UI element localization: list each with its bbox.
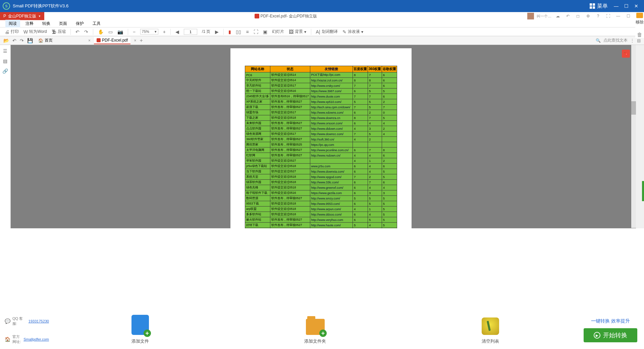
- translate-button[interactable]: A|划词翻译: [316, 29, 338, 35]
- document-area: ☰ ▤ 🔗 🔖 网站名称状态友情链接百度权重360权重谷歌权重PC6软件提交追过…: [0, 45, 636, 228]
- undo-icon[interactable]: ↶: [12, 38, 16, 43]
- cloud-icon[interactable]: ☁: [554, 13, 561, 19]
- compress-button[interactable]: 🗜压缩: [52, 29, 66, 35]
- qq-link[interactable]: 1933175230: [29, 319, 49, 323]
- trash-icon[interactable]: 🗑: [637, 32, 642, 38]
- menu-annotate[interactable]: 注释: [22, 20, 37, 27]
- app-logo-icon: S: [3, 2, 10, 10]
- thumbs-icon[interactable]: ▤: [3, 58, 7, 64]
- menu-page[interactable]: 页面: [56, 20, 70, 27]
- menu-tools[interactable]: 工具: [89, 20, 104, 27]
- avatar[interactable]: [527, 13, 534, 19]
- document-scroll[interactable]: 🔖 网站名称状态友情链接百度权重360权重谷歌权重PC6软件提交追过0514PC…: [11, 45, 631, 228]
- home-tab-close[interactable]: ×: [88, 38, 91, 43]
- app-title: Small PDF转换PPT软件V3.6: [13, 3, 586, 9]
- inner-maximize-button[interactable]: ☐: [625, 13, 632, 19]
- redo-icon[interactable]: ↷: [20, 38, 24, 43]
- outline-icon[interactable]: ☰: [3, 48, 7, 54]
- help-icon[interactable]: ?: [594, 13, 602, 19]
- search-icon[interactable]: 🔍: [596, 38, 601, 43]
- rotate-right-icon[interactable]: ↷: [84, 29, 88, 35]
- single-page-icon[interactable]: ▮: [228, 29, 231, 35]
- hand-icon[interactable]: ✋: [98, 29, 104, 35]
- attach-icon[interactable]: 🔗: [2, 68, 8, 74]
- table-row: 红软网软件发布，待审核0527http://www.rsdown.cn/446: [245, 153, 397, 158]
- page-input[interactable]: [184, 29, 197, 35]
- menu-protect[interactable]: 保护: [72, 20, 87, 27]
- fullscreen-icon[interactable]: ⛶: [604, 13, 612, 19]
- prev-page-icon[interactable]: ◀: [175, 29, 179, 35]
- present-icon[interactable]: ▣: [263, 29, 267, 35]
- table-row: 华军软件园软件提交追过0527412: [245, 158, 397, 164]
- scrollbar[interactable]: [631, 45, 636, 228]
- toword-button[interactable]: W转为Word: [23, 29, 47, 35]
- site-row: 🏠 官方网址: Smallpdfer.com: [5, 334, 49, 344]
- fit-icon[interactable]: ⛶: [254, 29, 258, 35]
- remove-label[interactable]: 移除: [636, 19, 644, 25]
- start-convert-button[interactable]: ▶ 开始转换: [584, 328, 637, 342]
- table-header: 友情链接: [310, 66, 353, 72]
- search-hint[interactable]: 点此查找文本: [603, 38, 628, 43]
- table-row: jz5u绿色下载站软件提交追过0518www.jz5u.com646: [245, 164, 397, 169]
- menu-read[interactable]: 阅读: [5, 20, 20, 27]
- secondary-titlebar: P 金山PDF独立版 ▼ PDF-Excel.pdf - 金山PDF独立版 叫一…: [0, 12, 644, 20]
- whiteout-icon: ✎: [342, 29, 346, 35]
- tabbar: 📂 ↶ ↷ 💾 🏠首页 × PDF-Excel.pdf × + 🔍 点此查找文本…: [0, 36, 644, 45]
- inner-minimize-button[interactable]: —: [614, 13, 622, 19]
- more-icon[interactable]: ⋮: [630, 38, 634, 43]
- site-link[interactable]: Smallpdfer.com: [23, 337, 49, 341]
- home-tab[interactable]: 🏠首页: [36, 38, 55, 43]
- right-panel: 移除 🗑: [635, 12, 644, 38]
- two-page-icon[interactable]: ▯▯: [236, 29, 241, 35]
- folder-icon[interactable]: [636, 13, 643, 18]
- select-icon[interactable]: ▭: [108, 29, 113, 35]
- app-menu-button[interactable]: 菜单: [586, 1, 611, 11]
- zoom-out-icon[interactable]: −: [133, 29, 136, 35]
- restore-icon[interactable]: ◻: [574, 13, 582, 19]
- next-page-icon[interactable]: ▶: [215, 29, 219, 35]
- minimize-button[interactable]: —: [611, 1, 621, 11]
- grid-icon: [590, 3, 595, 9]
- table-row: 多多软件站软件提交追过0518http://www.ddooo.com/645: [245, 212, 397, 217]
- undo-icon[interactable]: ↶: [564, 13, 572, 19]
- slideshow-button[interactable]: 幻灯片: [272, 29, 284, 35]
- table-row: 非凡软件站软件提交追过0517http://www.crsky.com/776: [245, 83, 397, 89]
- side-handle[interactable]: [642, 181, 644, 201]
- add-folder-button[interactable]: 添加文件夹: [304, 315, 326, 344]
- rotate-left-icon[interactable]: ↶: [75, 29, 79, 35]
- bg-button[interactable]: 🖼背景▾: [289, 29, 306, 35]
- table-row: 统一下载站软件提交追过0516https://www.3987.com/655: [245, 89, 397, 94]
- close-button[interactable]: ✕: [631, 1, 641, 11]
- panel-icon[interactable]: ▤: [637, 38, 641, 43]
- app-product-tab[interactable]: P 金山PDF独立版 ▼: [0, 12, 44, 20]
- zoom-select[interactable]: 75%▾: [140, 29, 158, 35]
- qq-row: 💬 QQ 客服: 1933175230: [5, 316, 49, 326]
- open-icon[interactable]: 📂: [3, 38, 9, 43]
- scrollbar-thumb[interactable]: [631, 101, 636, 115]
- pdf-icon: [255, 14, 259, 18]
- menubar: 阅读 注释 转换 页面 保护 工具: [0, 20, 644, 27]
- maximize-button[interactable]: ☐: [621, 1, 631, 11]
- table-row: 格子啦软件下载软件提交追过0516https://www.gezila.com6…: [245, 190, 397, 196]
- print-button[interactable]: 🖨打印: [5, 29, 19, 35]
- snapshot-icon[interactable]: 📷: [117, 29, 123, 35]
- pdf-badge-icon: P: [3, 14, 6, 18]
- document-title: PDF-Excel.pdf - 金山PDF独立版: [44, 12, 527, 20]
- table-row: 腾讯管家软件发布，待审核0525https://pc.qq.com: [245, 142, 397, 148]
- continuous-icon[interactable]: ≡: [246, 29, 249, 35]
- pdf-page: 网站名称状态友情链接百度权重360权重谷歌权重PC6软件提交追过0514PC6下…: [230, 48, 412, 228]
- file-tab-close[interactable]: ×: [134, 38, 136, 43]
- clear-list-button[interactable]: 清空列表: [482, 315, 499, 344]
- zoom-in-icon[interactable]: +: [163, 29, 166, 35]
- file-tab[interactable]: PDF-Excel.pdf: [94, 37, 130, 44]
- dropdown-icon: ▼: [38, 15, 41, 18]
- bookmark-button[interactable]: 🔖: [622, 50, 630, 58]
- whiteout-button[interactable]: ✎涂改液▾: [342, 29, 363, 35]
- settings-icon[interactable]: ⚙: [584, 13, 592, 19]
- add-tab-button[interactable]: +: [140, 38, 143, 44]
- add-file-button[interactable]: 添加文件: [131, 315, 149, 344]
- table-row: 好特下载软件发布，待审核0527http://www.haote.com/545: [245, 223, 397, 228]
- save-icon[interactable]: 💾: [27, 38, 33, 43]
- menu-convert[interactable]: 转换: [39, 20, 54, 27]
- table-row: 下载之家软件提交追过0518http://www.downza.cn875: [245, 115, 397, 121]
